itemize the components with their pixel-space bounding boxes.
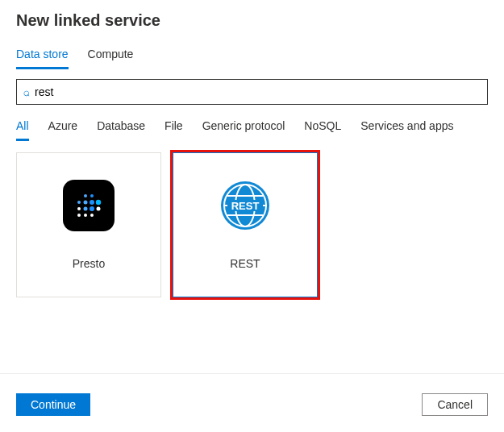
continue-button[interactable]: Continue [16, 393, 90, 416]
svg-point-1 [77, 207, 81, 210]
connector-cards: Presto REST REST [16, 152, 488, 297]
tab-data-store[interactable]: Data store [16, 44, 69, 69]
svg-point-9 [90, 214, 94, 217]
svg-point-12 [90, 194, 94, 197]
card-presto[interactable]: Presto [16, 152, 161, 297]
presto-icon [63, 180, 115, 231]
cancel-button[interactable]: Cancel [422, 393, 488, 416]
filter-file[interactable]: File [165, 116, 183, 141]
card-rest[interactable]: REST REST [173, 152, 318, 297]
filter-services[interactable]: Services and apps [360, 116, 453, 141]
svg-point-2 [77, 201, 81, 204]
svg-point-8 [90, 200, 94, 205]
filter-all[interactable]: All [16, 116, 29, 141]
filter-nosql[interactable]: NoSQL [304, 116, 341, 141]
page-title: New linked service [16, 11, 488, 30]
svg-point-5 [84, 201, 88, 205]
search-input[interactable] [30, 80, 481, 104]
card-label: Presto [73, 257, 105, 270]
search-icon: ⌕ [23, 85, 30, 98]
svg-point-4 [84, 207, 88, 211]
card-label: REST [230, 257, 260, 270]
rest-icon-text: REST [231, 200, 260, 212]
footer: Continue Cancel [0, 373, 504, 432]
top-tabs: Data store Compute [16, 44, 488, 69]
svg-point-10 [96, 200, 101, 205]
svg-point-11 [97, 207, 101, 211]
rest-icon: REST [219, 180, 271, 231]
svg-point-7 [90, 206, 94, 211]
tab-compute[interactable]: Compute [88, 44, 134, 69]
filter-database[interactable]: Database [97, 116, 145, 141]
svg-point-0 [77, 214, 81, 217]
svg-point-3 [84, 214, 87, 217]
search-box[interactable]: ⌕ [16, 79, 488, 105]
filter-tabs: All Azure Database File Generic protocol… [16, 116, 488, 141]
filter-generic[interactable]: Generic protocol [202, 116, 285, 141]
filter-azure[interactable]: Azure [48, 116, 78, 141]
svg-point-6 [84, 194, 87, 197]
